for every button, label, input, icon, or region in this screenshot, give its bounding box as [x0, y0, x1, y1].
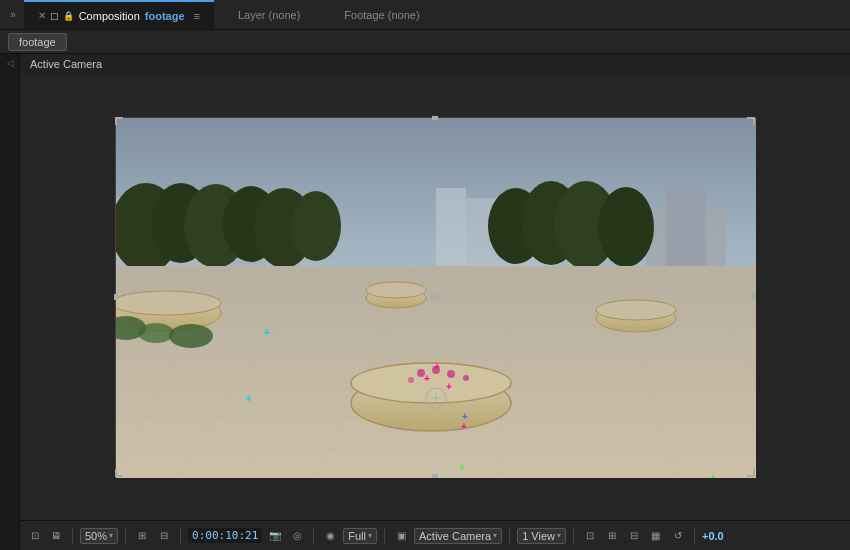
svg-point-47: [138, 323, 174, 343]
monitor-btn[interactable]: 🖥: [47, 527, 65, 545]
viewer-controls-group: ⊡ 🖥: [26, 527, 65, 545]
sep6: [509, 528, 510, 544]
tab-bar-left: » ✕ □ 🔒 Composition footage ≡ Layer (non…: [0, 0, 446, 29]
tab-footage-label: footage: [145, 10, 185, 22]
footage-sub-tab[interactable]: footage: [8, 33, 67, 51]
edge-handle-bottom[interactable]: [432, 474, 438, 478]
sep7: [573, 528, 574, 544]
svg-point-43: [463, 375, 469, 381]
corner-handle-tl[interactable]: [115, 117, 123, 125]
layer-label: Layer (none): [238, 9, 300, 21]
zoom-dropdown[interactable]: 50% ▾: [80, 528, 118, 544]
svg-point-42: [408, 377, 414, 383]
edge-handle-left[interactable]: [114, 294, 118, 300]
quality-arrow: ▾: [368, 531, 372, 540]
svg-point-38: [351, 363, 511, 403]
composition-tab[interactable]: ✕ □ 🔒 Composition footage ≡: [24, 0, 214, 29]
comp-canvas[interactable]: + + + + + + + + + + + + + +: [115, 117, 755, 477]
one-view-arrow: ▾: [557, 531, 561, 540]
footage-label: Footage (none): [344, 9, 419, 21]
color-btn[interactable]: ◉: [321, 527, 339, 545]
svg-text:+: +: [264, 327, 270, 338]
safe-zones-btn[interactable]: ⊞: [603, 527, 621, 545]
display-btn[interactable]: ▣: [392, 527, 410, 545]
histogram-btn[interactable]: ▦: [647, 527, 665, 545]
composition-label: Composition: [79, 10, 140, 22]
footage-section: Footage (none): [324, 9, 439, 21]
timecode-display[interactable]: 0:00:10:21: [188, 528, 262, 543]
svg-text:+: +: [461, 421, 467, 432]
zoom-arrow: ▾: [109, 531, 113, 540]
grid-overlay-btn[interactable]: ⊟: [625, 527, 643, 545]
left-sidebar: ◁: [0, 54, 20, 550]
active-camera-view-label: Active Camera: [419, 530, 491, 542]
svg-point-34: [116, 291, 221, 315]
active-camera-arrow: ▾: [493, 531, 497, 540]
quality-label: Full: [348, 530, 366, 542]
tab-menu-icon[interactable]: ≡: [190, 10, 204, 22]
corner-handle-br[interactable]: [747, 469, 755, 477]
zoom-value: 50%: [85, 530, 107, 542]
svg-point-41: [447, 370, 455, 378]
active-camera-dropdown[interactable]: Active Camera ▾: [414, 528, 502, 544]
snapshot-btn[interactable]: ⊡: [26, 527, 44, 545]
lock-icon: 🔒: [63, 11, 74, 21]
svg-text:+: +: [434, 361, 440, 372]
expand-panels-icon[interactable]: »: [6, 8, 20, 22]
svg-point-36: [596, 300, 676, 320]
edge-handle-top[interactable]: [432, 116, 438, 120]
svg-text:+: +: [710, 472, 716, 478]
active-camera-label: Active Camera: [30, 58, 102, 70]
svg-point-45: [366, 282, 426, 298]
sep2: [125, 528, 126, 544]
quality-dropdown[interactable]: Full ▾: [343, 528, 377, 544]
corner-handle-tr[interactable]: [747, 117, 755, 125]
fit-btn[interactable]: ⊞: [133, 527, 151, 545]
tab-bar: » ✕ □ 🔒 Composition footage ≡ Layer (non…: [0, 0, 850, 30]
square-icon: □: [51, 10, 58, 22]
svg-text:+: +: [246, 393, 252, 404]
svg-text:+: +: [446, 381, 452, 392]
motion-blur-btn[interactable]: ◎: [288, 527, 306, 545]
svg-text:+: +: [424, 373, 430, 384]
main-area: ◁ Active Camera: [0, 54, 850, 550]
one-view-label: 1 View: [522, 530, 555, 542]
exposure-value[interactable]: +0.0: [702, 530, 724, 542]
camera-btn[interactable]: 📷: [266, 527, 284, 545]
sep3: [180, 528, 181, 544]
sep8: [694, 528, 695, 544]
view-layout-dropdown[interactable]: 1 View ▾: [517, 528, 566, 544]
edge-handle-right[interactable]: [752, 294, 756, 300]
close-tab-icon[interactable]: ✕: [38, 10, 46, 21]
sync-btn[interactable]: ↺: [669, 527, 687, 545]
bottom-toolbar: ⊡ 🖥 50% ▾ ⊞ ⊟ 0:00:10:21 📷 ◎ ◉: [20, 520, 850, 550]
sub-tab-bar: footage: [0, 30, 850, 54]
center-crosshair: ⊕: [427, 289, 443, 305]
sep5: [384, 528, 385, 544]
svg-text:+: +: [459, 462, 465, 473]
svg-point-19: [598, 187, 654, 267]
svg-point-15: [291, 191, 341, 261]
sep4: [313, 528, 314, 544]
viewer-label-bar: Active Camera: [20, 54, 850, 74]
viewer-area: Active Camera: [20, 54, 850, 550]
sep1: [72, 528, 73, 544]
sidebar-collapse-icon[interactable]: ◁: [5, 58, 15, 68]
svg-text:+: +: [462, 411, 468, 422]
expand-view-btn[interactable]: ⊡: [581, 527, 599, 545]
roi-btn[interactable]: ⊟: [155, 527, 173, 545]
composition-view[interactable]: + + + + + + + + + + + + + +: [20, 74, 850, 520]
layer-section: Layer (none): [218, 9, 320, 21]
corner-handle-bl[interactable]: [115, 469, 123, 477]
svg-rect-4: [436, 188, 466, 278]
svg-point-48: [169, 324, 213, 348]
